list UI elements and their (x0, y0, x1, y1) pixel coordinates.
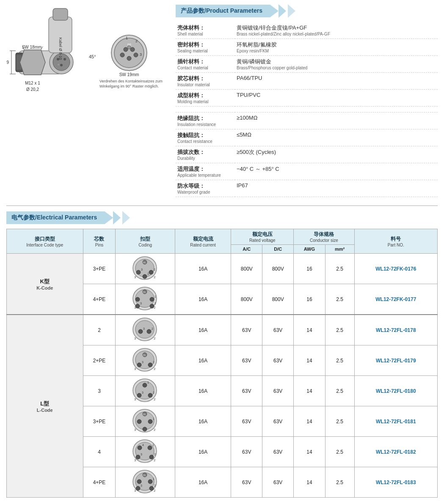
svg-text:3: 3 (141, 268, 143, 271)
svg-text:3: 3 (142, 391, 143, 394)
coding-icon-cell: PE132 3 2 (116, 467, 175, 498)
header-ac: A/C (231, 245, 262, 254)
param-row: 插拔次数：Durability≥500次 (Cycles) (176, 146, 438, 163)
param-row: 密封材料：Sealing material环氧树脂/氟橡胶Epoxy resin… (176, 39, 438, 56)
pins-cell: 4+PE (83, 284, 116, 315)
svg-text:2: 2 (154, 397, 156, 401)
dc-cell: 800V (262, 284, 294, 315)
param-row: 胶芯材料：Insulator materialPA66/TPU (176, 73, 438, 90)
svg-text:2: 2 (154, 337, 156, 340)
svg-text:PE: PE (143, 413, 146, 416)
svg-text:3: 3 (134, 397, 136, 401)
svg-text:3: 3 (134, 306, 136, 310)
svg-text:3: 3 (140, 52, 142, 57)
partno-cell: WL12-72FL-0180 (354, 376, 437, 406)
mm2-cell: 2.5 (325, 345, 354, 376)
interface-type-cell: K型K-Code (7, 254, 83, 315)
current-cell: 16A (175, 467, 231, 498)
svg-point-61 (147, 329, 151, 334)
svg-marker-6 (20, 50, 45, 75)
header-mm2: mm² (325, 245, 354, 254)
d202-label: Ø 20,2 (26, 87, 39, 92)
svg-text:1: 1 (147, 381, 149, 384)
product-diagram: SW 18mm M12 x 1 Ø 20,2 Kabel Ø 8-10 (6, 4, 167, 197)
param-row: 绝缘阻抗：Insulation resistance≥100MΩ (176, 112, 438, 129)
svg-point-103 (149, 455, 154, 459)
ac-cell: 63V (231, 315, 262, 345)
svg-text:1: 1 (152, 444, 154, 446)
svg-text:3: 3 (134, 337, 136, 340)
header-dc: D/C (262, 245, 294, 254)
svg-point-71 (148, 363, 152, 367)
header-awg: AWG (294, 245, 325, 254)
param-row: 壳体材料：Shell material黄铜镀镍/锌合金度镍/PA+GFBrass… (176, 22, 438, 39)
mm2-cell: 2.5 (325, 254, 354, 284)
awg-cell: 16 (294, 254, 325, 284)
svg-rect-16 (53, 8, 68, 20)
coding-icon-cell: 4132 3 2 (116, 437, 175, 467)
product-params-title: 产品参数/Product Parameters (176, 5, 279, 17)
dc-cell: 63V (262, 315, 294, 345)
partno-cell: WL12-72FL-0179 (354, 345, 437, 376)
ac-cell: 63V (231, 406, 262, 437)
current-cell: 16A (175, 437, 231, 467)
svg-text:PE: PE (143, 354, 146, 356)
header-partno: 料号 Part NO. (354, 229, 437, 254)
svg-text:PE: PE (143, 474, 146, 477)
table-row: L型L-Code2 32 3 2 16A63V63V142.5WL12-72FL… (7, 315, 438, 345)
svg-text:PE: PE (143, 291, 146, 293)
pins-cell: 2 (83, 315, 116, 345)
svg-point-97 (138, 446, 142, 450)
awg-cell: 14 (294, 345, 325, 376)
awg-cell: 14 (294, 406, 325, 437)
svg-point-23 (130, 47, 135, 52)
svg-text:3: 3 (134, 458, 136, 462)
svg-text:2: 2 (154, 268, 155, 271)
current-cell: 16A (175, 284, 231, 315)
svg-text:3: 3 (140, 302, 142, 305)
param-row: 接触阻抗：Contact resistance≤5MΩ (176, 129, 438, 146)
pins-cell: 3+PE (83, 254, 116, 284)
dc-cell: 800V (262, 254, 294, 284)
dc-cell: 63V (262, 467, 294, 498)
svg-point-59 (138, 329, 143, 334)
awg-cell: 14 (294, 315, 325, 345)
mm2-cell: 2.5 (325, 467, 354, 498)
awg-cell: 16 (294, 284, 325, 315)
svg-point-81 (148, 393, 152, 397)
svg-point-38 (149, 270, 153, 274)
mm2-cell: 2.5 (325, 315, 354, 345)
svg-text:2: 2 (152, 327, 153, 330)
mm2-cell: 2.5 (325, 437, 354, 467)
coding-icon-cell: PE321 3 2 (116, 254, 175, 284)
sw19-label: SW 19mm (119, 72, 139, 77)
pins-cell: 4 (83, 437, 116, 467)
svg-text:1: 1 (147, 272, 149, 275)
coding-icon-cell: 132 3 2 (116, 376, 175, 406)
header-pins: 芯数 Pins (83, 229, 116, 254)
svg-text:PE: PE (143, 261, 146, 264)
svg-text:2: 2 (154, 489, 156, 493)
awg-cell: 14 (294, 467, 325, 498)
pins-cell: 2+PE (83, 345, 116, 376)
electrical-section: 电气参数/Electrical Parameters 接口类型 Interfac… (6, 211, 438, 498)
ac-cell: 63V (231, 467, 262, 498)
svg-text:2: 2 (154, 458, 156, 462)
dc-cell: 63V (262, 437, 294, 467)
interface-type-cell: L型L-Code (7, 315, 83, 498)
svg-point-22 (124, 47, 128, 52)
svg-point-114 (136, 486, 140, 490)
dc-cell: 63V (262, 376, 294, 406)
pins-cell: 3 (83, 376, 116, 406)
current-cell: 16A (175, 406, 231, 437)
svg-text:2: 2 (154, 453, 156, 456)
svg-point-116 (149, 486, 154, 490)
partno-cell: WL12-72FK-0177 (354, 284, 437, 315)
svg-text:2: 2 (154, 275, 156, 279)
svg-text:3: 3 (143, 327, 145, 330)
svg-point-10 (63, 58, 66, 60)
svg-point-27 (127, 46, 131, 49)
coding-icon-cell: 32 3 2 (116, 315, 175, 345)
svg-text:3: 3 (134, 275, 136, 279)
product-params-area: 产品参数/Product Parameters 壳体材料：Shell mater… (176, 4, 438, 197)
